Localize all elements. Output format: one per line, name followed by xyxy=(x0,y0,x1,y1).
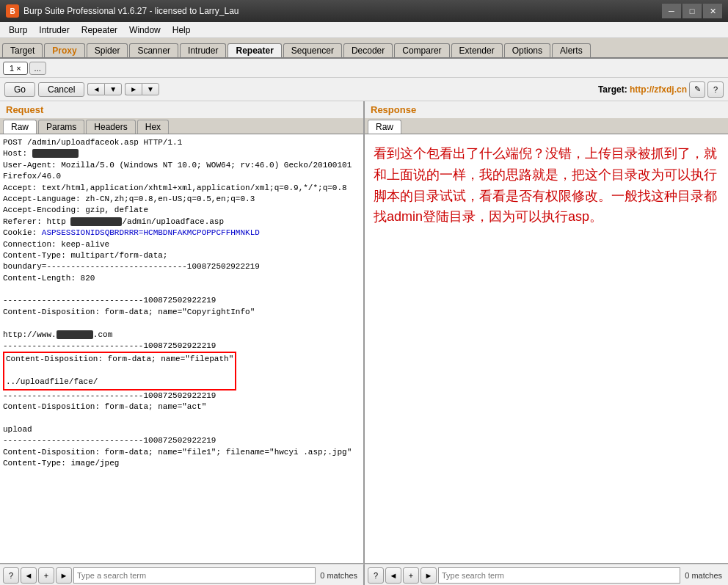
go-button[interactable]: Go xyxy=(4,82,35,97)
minimize-button[interactable]: ─ xyxy=(662,4,681,18)
add-right-button[interactable]: + xyxy=(403,567,419,584)
edit-target-button[interactable]: ✎ xyxy=(689,81,705,98)
matches-right: 0 matches xyxy=(682,571,725,580)
tab-alerts[interactable]: Alerts xyxy=(552,43,591,57)
search-input-left[interactable] xyxy=(73,567,316,584)
response-tabs: Raw xyxy=(365,118,728,134)
app-icon: B xyxy=(6,4,19,18)
main-tab-bar: Target Proxy Spider Scanner Intruder Rep… xyxy=(0,38,728,59)
tab-extender[interactable]: Extender xyxy=(451,43,503,57)
prev-button[interactable]: ◄ xyxy=(87,83,104,95)
target-label: Target: http://zfxdj.cn xyxy=(598,84,687,95)
cancel-button[interactable]: Cancel xyxy=(38,82,84,97)
menu-help[interactable]: Help xyxy=(167,23,197,37)
search-input-right[interactable] xyxy=(438,567,680,584)
prev-dropdown[interactable]: ▼ xyxy=(104,83,122,95)
bottom-bar-right: ? ◄ + ► 0 matches xyxy=(365,564,728,585)
main-content: Request Raw Params Headers Hex POST /adm… xyxy=(0,101,728,563)
subtab-dots[interactable]: ... xyxy=(29,62,46,75)
bottom-bar-left: ? ◄ + ► 0 matches xyxy=(0,564,365,585)
maximize-button[interactable]: □ xyxy=(682,4,702,18)
sub-tab-bar: 1 × ... xyxy=(0,59,728,78)
response-tab-raw[interactable]: Raw xyxy=(368,120,401,134)
request-tab-raw[interactable]: Raw xyxy=(3,120,37,134)
menu-burp[interactable]: Burp xyxy=(3,23,33,37)
response-panel: Response Raw 看到这个包看出了什么端倪？没错，上传目录被抓到了，就和… xyxy=(365,101,728,563)
tab-repeater[interactable]: Repeater xyxy=(228,43,281,57)
close-button[interactable]: ✕ xyxy=(703,4,722,18)
request-tabs: Raw Params Headers Hex xyxy=(0,118,363,134)
tab-scanner[interactable]: Scanner xyxy=(129,43,178,57)
url-redacted xyxy=(57,330,93,339)
tab-options[interactable]: Options xyxy=(504,43,550,57)
request-text: POST /admin/uploadfaceok.asp HTTP/1.1 Ho… xyxy=(3,137,360,469)
help-target-button[interactable]: ? xyxy=(707,81,724,98)
menu-bar: Burp Intruder Repeater Window Help xyxy=(0,22,728,38)
title-bar: B Burp Suite Professional v1.6.27 - lice… xyxy=(0,0,728,22)
next-button[interactable]: ► xyxy=(125,83,142,95)
matches-left: 0 matches xyxy=(317,571,360,580)
next-dropdown[interactable]: ▼ xyxy=(142,83,159,95)
toolbar: Go Cancel ◄ ▼ ► ▼ Target: http://zfxdj.c… xyxy=(0,78,728,101)
menu-repeater[interactable]: Repeater xyxy=(76,23,123,37)
request-tab-headers[interactable]: Headers xyxy=(86,120,135,134)
request-tab-hex[interactable]: Hex xyxy=(137,120,169,134)
tab-spider[interactable]: Spider xyxy=(87,43,128,57)
subtab-1[interactable]: 1 × xyxy=(3,62,28,75)
menu-intruder[interactable]: Intruder xyxy=(33,23,75,37)
target-url: http://zfxdj.cn xyxy=(630,84,687,95)
title-text: Burp Suite Professional v1.6.27 - licens… xyxy=(23,6,239,16)
tab-proxy[interactable]: Proxy xyxy=(44,43,84,57)
add-left-button[interactable]: + xyxy=(38,567,54,584)
response-chinese-text: 看到这个包看出了什么端倪？没错，上传目录被抓到了，就和上面说的一样，我的思路就是… xyxy=(368,137,725,233)
bottom-bars: ? ◄ + ► 0 matches ? ◄ + ► 0 matches xyxy=(0,563,728,585)
tab-sequencer[interactable]: Sequencer xyxy=(283,43,342,57)
prev-left-button[interactable]: ◄ xyxy=(21,567,37,584)
prev-right-button[interactable]: ◄ xyxy=(385,567,401,584)
next-left-button[interactable]: ► xyxy=(56,567,72,584)
filepath-highlight: Content-Disposition: form-data; name="fi… xyxy=(3,352,236,390)
tab-decoder[interactable]: Decoder xyxy=(343,43,393,57)
menu-window[interactable]: Window xyxy=(123,23,167,37)
help-left-button[interactable]: ? xyxy=(3,567,19,584)
tab-target[interactable]: Target xyxy=(2,43,43,57)
referer-redacted xyxy=(70,217,122,226)
next-right-button[interactable]: ► xyxy=(421,567,437,584)
request-tab-params[interactable]: Params xyxy=(38,120,84,134)
tab-intruder[interactable]: Intruder xyxy=(180,43,226,57)
request-header: Request xyxy=(0,101,363,118)
tab-comparer[interactable]: Comparer xyxy=(394,43,449,57)
help-right-button[interactable]: ? xyxy=(368,567,384,584)
response-content[interactable]: 看到这个包看出了什么端倪？没错，上传目录被抓到了，就和上面说的一样，我的思路就是… xyxy=(365,134,728,563)
request-content[interactable]: POST /admin/uploadfaceok.asp HTTP/1.1 Ho… xyxy=(0,134,363,563)
cookie-value: ASPSESSIONIDSQBRDRRR=HCMBDNFAKMCPOPPCFFH… xyxy=(42,228,260,237)
host-redacted xyxy=(32,149,79,158)
response-header: Response xyxy=(365,101,728,118)
request-panel: Request Raw Params Headers Hex POST /adm… xyxy=(0,101,365,563)
